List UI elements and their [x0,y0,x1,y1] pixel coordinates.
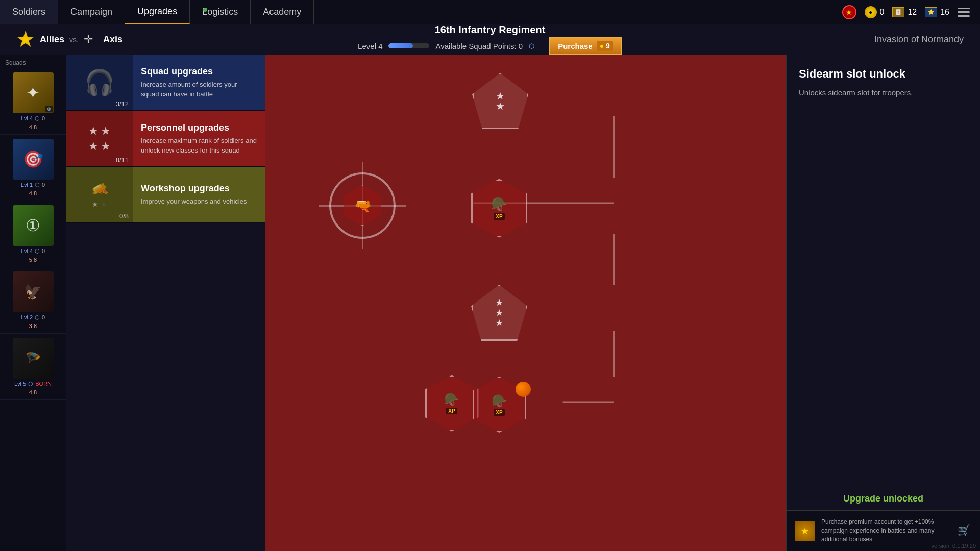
squad2-soldiers-count: 4 8 [29,190,37,196]
squad-avatar-2: 🎯 [13,139,54,180]
header-bar: Allies vs. ✛ Axis 16th Infantry Regiment… [0,24,980,55]
axis-icon: ✛ [84,33,98,47]
tree-node-soldier-xp-top[interactable]: 🪖 XP [469,178,530,239]
nav-logistics[interactable]: Logistics [190,0,251,24]
upgrade-unlocked-banner: Upgrade unlocked [787,487,980,510]
nav-upgrades[interactable]: Upgrades [125,0,190,24]
squad5-pts: BORN [35,381,52,387]
squad-item-1[interactable]: ✦ ⊕ Lvl 4 ⬡ 0 4 8 [0,68,66,135]
squad1-meta: Lvl 4 ⬡ 0 [21,115,45,122]
nav-soldiers[interactable]: Soldiers [0,0,58,24]
squad-avatar-5: 🪂 [13,338,54,379]
upgrade-thumb-personnel: ★ ★ ★ ★ 8/11 [66,111,133,167]
squad1-target-icon: ⊕ [45,106,53,112]
premium-star-icon: ★ [795,521,815,541]
squad-points-label: Available Squad Points: 0 [435,42,523,51]
squad3-lvl: Lvl 4 [21,248,33,255]
purchase-button[interactable]: Purchase ● 9 [549,37,622,55]
cards-amount: 12 [908,8,917,17]
purchase-points: ● 9 [597,41,613,51]
squad1-lvl: Lvl 4 [21,115,33,122]
squad-panel: Squads ✦ ⊕ Lvl 4 ⬡ 0 4 8 🎯 Lvl 1 ⬡ 0 4 8… [0,55,66,551]
squad3-meta: Lvl 4 ⬡ 0 [21,248,45,255]
nav-academy-label: Academy [263,7,301,17]
squad1-soldiers-count: 4 8 [29,124,37,130]
gold-amount: 0 [880,8,885,17]
personnel-upgrade-desc: Increase maximum rank of soldiers and un… [141,136,257,155]
vs-label: vs. [69,36,79,44]
squad3-pts: 0 [42,248,45,255]
nav-campaign[interactable]: Campaign [58,0,125,24]
squad2-lvl: Lvl 1 [21,182,33,188]
squad-item-5[interactable]: 🪂 Lvl 5 ⬡ BORN 4 8 [0,334,66,400]
level-bar-fill [388,43,413,48]
squad-item-2[interactable]: 🎯 Lvl 1 ⬡ 0 4 8 [0,135,66,201]
selected-upgrade-title: Sidearm slot unlock [787,55,980,87]
squad3-soldiers-count: 5 8 [29,257,37,263]
purchase-label: Purchase [558,42,593,51]
nav-academy[interactable]: Academy [251,0,314,24]
allies-star-icon [16,31,35,49]
squad5-lvl: Lvl 5 [14,381,26,387]
cart-icon[interactable]: 🛒 [958,524,972,538]
gold-coin-icon: ● [865,6,877,18]
regiment-info: 16th Infantry Regiment Level 4 Available… [358,24,622,55]
rifle-stars-icon: 🔫 ★ ★ [91,182,109,208]
squad4-meta: Lvl 2 ⬡ 0 [21,314,45,321]
personnel-upgrade-title: Personnel upgrades [141,122,257,133]
squad-avatar-4: 🦅 [13,271,54,312]
personnel-upgrade-count: 8/11 [116,156,129,164]
squad-points-icon: ⬡ [529,42,534,50]
upgrades-panel: 🎧 3/12 Squad upgrades Increase amount of… [66,55,265,551]
top-star-shield: ★ ★ [472,73,528,129]
nav-logistics-label: Logistics [202,7,238,17]
upgrade-card-personnel[interactable]: ★ ★ ★ ★ 8/11 Personnel upgrades Increase… [66,111,265,167]
tree-node-lower-star[interactable]: ★ ★ ★ [469,282,530,343]
level-progress-bar [388,43,429,48]
squad-item-4[interactable]: 🦅 Lvl 2 ⬡ 0 3 8 [0,267,66,334]
hamburger-menu-icon[interactable] [958,8,970,17]
workshop-upgrade-info: Workshop upgrades Improve your weapons a… [133,177,255,212]
upgrade-card-workshop[interactable]: 🔫 ★ ★ 0/8 Workshop upgrades Improve your… [66,167,265,223]
nav-campaign-label: Campaign [70,7,112,17]
tree-node-gun-target[interactable]: 🔫 [327,170,398,241]
squad4-soldiers-count: 3 8 [29,323,37,329]
campaign-title: Invasion of Normandy [874,34,964,45]
nav-right: ★ ● 0 🃏 12 ⭐ 16 [842,5,981,19]
workshop-upgrade-title: Workshop upgrades [141,183,247,194]
squad2-soldiers: 4 8 [29,190,37,196]
squad-upgrade-title: Squad upgrades [141,66,257,77]
axis-label: Axis [103,34,122,45]
squad-avatar-1: ✦ ⊕ [13,72,54,113]
nav-upgrades-label: Upgrades [137,6,177,17]
upgrade-unlocked-text: Upgrade unlocked [843,493,923,504]
orange-decoration-ball [516,382,531,397]
tree-node-top-star[interactable]: ★ ★ [470,70,531,132]
upgrade-card-squad[interactable]: 🎧 3/12 Squad upgrades Increase amount of… [66,55,265,111]
regiment-name: 16th Infantry Regiment [435,24,546,36]
tree-area: ★ ★ 🪖 XP 🔫 ★ ★ ★ 🪖 XP [265,55,786,551]
selected-upgrade-desc: Unlocks sidearm slot for troopers. [787,87,980,99]
stars-amount: 16 [940,8,949,17]
soldier-xp-shield-top: 🪖 XP [471,179,527,238]
squad4-pts: 0 [42,314,45,321]
squad-upgrade-info: Squad upgrades Increase amount of soldie… [133,60,265,105]
squad5-soldiers-count: 4 8 [29,389,37,395]
campaign-name: Invasion of Normandy [874,34,964,44]
allies-label: Allies [40,34,64,45]
regiment-sub: Level 4 Available Squad Points: 0 ⬡ Purc… [358,37,622,55]
workshop-upgrade-desc: Improve your weapons and vehicles [141,197,247,206]
premium-text: Purchase premium account to get +100% ca… [821,518,951,543]
level-label: Level 4 [358,42,382,51]
stars-currency: ⭐ 16 [925,7,949,17]
purchase-points-value: 9 [606,42,610,50]
stars-grid-icon: ★ ★ ★ ★ [88,124,111,153]
squad-item-3[interactable]: ① Lvl 4 ⬡ 0 5 8 [0,201,66,267]
faction-area: Allies vs. ✛ Axis [16,31,122,49]
squad5-soldiers: 4 8 [29,389,37,395]
squad2-meta: Lvl 1 ⬡ 0 [21,182,45,188]
squad-upgrade-count: 3/12 [116,100,129,108]
personnel-upgrade-info: Personnel upgrades Increase maximum rank… [133,116,265,161]
squad4-soldiers: 3 8 [29,323,37,329]
logistics-notif-dot [203,8,207,12]
